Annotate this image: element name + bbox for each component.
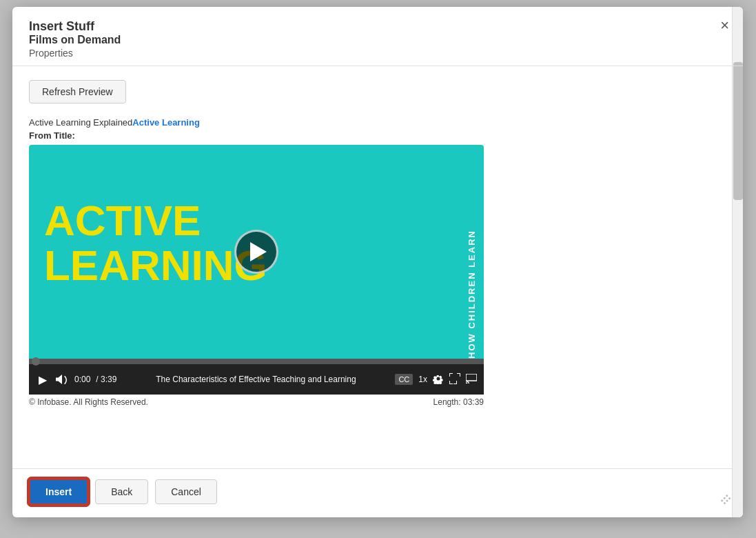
play-icon (250, 242, 267, 261)
modal-breadcrumb: Films on Demand Properties (29, 34, 726, 59)
video-side-text: HOW CHILDREN LEARN (467, 145, 477, 359)
modal-body: Refresh Preview Active Learning Explaine… (12, 66, 743, 468)
duration: / 3:39 (96, 375, 116, 384)
play-button[interactable] (234, 230, 278, 274)
modal-header: Insert Stuff Films on Demand Properties … (12, 7, 743, 66)
progress-indicator (32, 357, 40, 366)
close-button[interactable]: × (720, 18, 729, 33)
video-container: ACTIVE LEARNING HOW CHILDREN LEARN ▶ (29, 145, 484, 410)
play-pause-icon[interactable]: ▶ (36, 373, 50, 386)
back-button[interactable]: Back (95, 479, 148, 504)
video-title-bar: The Characteristics of Effective Teachin… (122, 375, 389, 384)
modal-footer: Insert Back Cancel (12, 468, 743, 517)
video-main-text: ACTIVE LEARNING (44, 198, 267, 288)
cancel-button[interactable]: Cancel (155, 479, 217, 504)
svg-rect-0 (466, 374, 477, 381)
video-label: Active Learning ExplainedActive Learning (29, 117, 726, 128)
video-progress-bar[interactable] (29, 359, 484, 364)
settings-icon[interactable] (433, 373, 444, 386)
from-title: From Title: (29, 130, 726, 141)
insert-button[interactable]: Insert (29, 479, 88, 505)
current-time: 0:00 (74, 375, 90, 384)
volume-icon[interactable] (55, 375, 69, 384)
refresh-preview-button[interactable]: Refresh Preview (29, 80, 126, 103)
scrollbar-thumb[interactable] (733, 62, 743, 200)
cast-icon[interactable] (466, 374, 477, 386)
modal-dialog: Insert Stuff Films on Demand Properties … (12, 7, 743, 517)
modal-properties-label: Properties (29, 48, 726, 59)
video-text-line1: ACTIVE (44, 198, 267, 243)
speed-button[interactable]: 1x (418, 375, 427, 384)
video-label-prefix: Active Learning Explained (29, 117, 132, 128)
video-footer: © Infobase. All Rights Reserved. Length:… (29, 395, 484, 410)
video-controls-bar: ▶ 0:00 / 3:39 The Characteristics of Eff… (29, 364, 484, 395)
modal-overlay: Insert Stuff Films on Demand Properties … (0, 0, 756, 538)
scrollbar-track[interactable] (732, 7, 743, 517)
cc-button[interactable]: CC (395, 374, 413, 385)
video-label-link[interactable]: Active Learning (132, 117, 200, 128)
modal-section: Films on Demand (29, 34, 726, 46)
video-thumbnail[interactable]: ACTIVE LEARNING HOW CHILDREN LEARN (29, 145, 484, 359)
modal-title: Insert Stuff (29, 19, 726, 34)
fullscreen-icon[interactable] (449, 373, 460, 386)
length-text: Length: 03:39 (433, 397, 484, 407)
copyright-text: © Infobase. All Rights Reserved. (29, 397, 148, 407)
